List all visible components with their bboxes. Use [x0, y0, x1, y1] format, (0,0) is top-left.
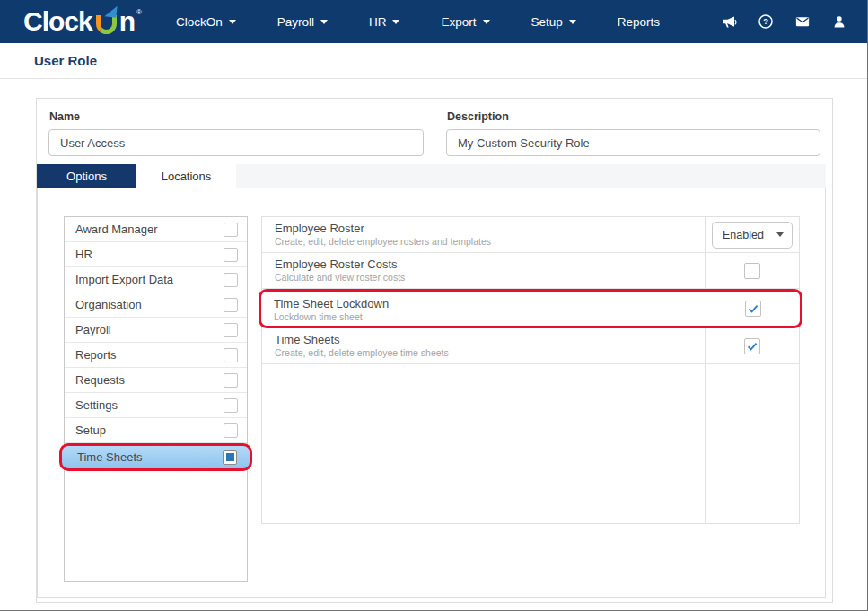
- permission-description: Create, edit, delete employee rosters an…: [275, 236, 705, 248]
- menu-item-export[interactable]: Export: [441, 15, 489, 29]
- logo-text-n: n: [119, 8, 135, 35]
- permission-checkbox-time-sheets[interactable]: [744, 338, 760, 354]
- module-label: Requests: [75, 373, 224, 387]
- module-row-settings[interactable]: Settings: [65, 393, 247, 418]
- module-row-setup[interactable]: Setup: [65, 418, 247, 443]
- module-checkbox-hr[interactable]: [224, 248, 238, 262]
- permission-title: Time Sheet Lockdown: [274, 297, 706, 311]
- module-row-hr[interactable]: HR: [65, 242, 247, 267]
- description-input[interactable]: [446, 129, 820, 156]
- menu-item-clockon[interactable]: ClockOn: [176, 15, 236, 29]
- chevron-down-icon: [392, 20, 399, 24]
- logo-o-glyph: [96, 15, 117, 34]
- permission-checkbox-time-sheet-lockdown[interactable]: [745, 301, 761, 317]
- menu-item-reports[interactable]: Reports: [618, 15, 660, 29]
- module-row-payroll[interactable]: Payroll: [65, 318, 247, 343]
- menu-item-payroll[interactable]: Payroll: [277, 15, 328, 29]
- permissions-empty-area: [262, 364, 799, 523]
- tab-content-options: Award ManagerHRImport Export DataOrganis…: [37, 188, 826, 598]
- tab-control: OptionsLocations Award ManagerHRImport E…: [37, 164, 826, 598]
- permission-main-employee-roster-costs: Employee Roster CostsCalculate and view …: [262, 253, 706, 288]
- page-header: User Role: [0, 43, 867, 79]
- module-row-import-export-data[interactable]: Import Export Data: [65, 267, 247, 292]
- name-label: Name: [49, 110, 424, 123]
- module-label: Setup: [75, 423, 224, 437]
- module-checkbox-settings[interactable]: [224, 398, 238, 413]
- permission-control-employee-roster: Enabled: [706, 217, 799, 252]
- module-row-organisation[interactable]: Organisation: [65, 292, 247, 318]
- menu-item-label: Setup: [531, 15, 563, 29]
- module-label: Award Manager: [75, 223, 224, 236]
- help-icon[interactable]: ?: [758, 13, 774, 30]
- module-row-award-manager[interactable]: Award Manager: [65, 217, 247, 242]
- permissions-table: Employee RosterCreate, edit, delete empl…: [261, 216, 800, 524]
- logo-text-clock: Clock: [23, 8, 92, 35]
- module-label: Organisation: [75, 298, 224, 311]
- main-menu: ClockOnPayrollHRExportSetupReports: [176, 15, 660, 29]
- description-label: Description: [447, 110, 820, 123]
- role-fields: Name Description: [37, 99, 832, 156]
- menu-item-hr[interactable]: HR: [369, 15, 400, 29]
- menu-item-label: HR: [369, 15, 387, 29]
- permission-description: Create, edit, delete employee time sheet…: [275, 347, 705, 359]
- permissions-empty-control: [706, 364, 799, 523]
- permission-row-time-sheet-lockdown: Time Sheet LockdownLockdown time sheet: [259, 289, 802, 328]
- logo-flag-icon: [104, 4, 117, 17]
- module-checkbox-requests[interactable]: [224, 373, 238, 388]
- module-checkbox-import-export-data[interactable]: [224, 273, 238, 287]
- permissions-empty-main: [262, 364, 706, 523]
- tab-strip: OptionsLocations: [37, 164, 826, 188]
- permission-control-time-sheet-lockdown: [706, 292, 800, 326]
- permission-description: Calculate and view roster costs: [275, 272, 705, 284]
- chevron-down-icon: [229, 20, 236, 24]
- modules-list: Award ManagerHRImport Export DataOrganis…: [64, 216, 248, 582]
- permission-title: Time Sheets: [275, 333, 705, 347]
- mail-icon[interactable]: [794, 13, 811, 30]
- announcement-icon[interactable]: [721, 13, 737, 30]
- permission-control-time-sheets: [706, 328, 799, 363]
- name-input[interactable]: [48, 129, 424, 156]
- module-checkbox-time-sheets[interactable]: [223, 450, 237, 465]
- top-navbar: Clock n ® ClockOnPayrollHRExportSetupRep…: [0, 0, 867, 43]
- module-label: Time Sheets: [77, 450, 223, 464]
- svg-text:?: ?: [763, 17, 768, 26]
- module-label: Payroll: [75, 323, 224, 336]
- module-label: Import Export Data: [75, 273, 224, 286]
- permission-main-time-sheet-lockdown: Time Sheet LockdownLockdown time sheet: [261, 292, 706, 326]
- permission-row-employee-roster: Employee RosterCreate, edit, delete empl…: [262, 217, 799, 253]
- description-field-group: Description: [446, 105, 820, 156]
- permission-row-employee-roster-costs: Employee Roster CostsCalculate and view …: [262, 253, 799, 289]
- registered-trademark: ®: [136, 8, 142, 16]
- chevron-down-icon: [483, 20, 490, 24]
- menu-item-label: Payroll: [277, 15, 314, 29]
- permission-control-employee-roster-costs: [706, 253, 799, 288]
- module-row-requests[interactable]: Requests: [65, 368, 247, 393]
- clockon-logo[interactable]: Clock n ®: [23, 8, 142, 35]
- user-icon[interactable]: [831, 13, 847, 30]
- app-window: Clock n ® ClockOnPayrollHRExportSetupRep…: [0, 0, 868, 611]
- chevron-down-icon: [320, 20, 328, 24]
- menu-item-setup[interactable]: Setup: [531, 15, 576, 29]
- permission-dropdown-employee-roster[interactable]: Enabled: [712, 222, 793, 249]
- module-checkbox-payroll[interactable]: [224, 323, 238, 337]
- permission-title: Employee Roster Costs: [275, 257, 705, 272]
- module-label: Reports: [75, 348, 224, 362]
- menu-item-label: ClockOn: [176, 15, 223, 29]
- module-row-reports[interactable]: Reports: [65, 343, 247, 368]
- tab-locations[interactable]: Locations: [136, 164, 236, 188]
- module-checkbox-setup[interactable]: [224, 423, 238, 438]
- permission-main-employee-roster: Employee RosterCreate, edit, delete empl…: [262, 217, 706, 252]
- module-checkbox-organisation[interactable]: [224, 298, 238, 312]
- module-row-time-sheets[interactable]: Time Sheets: [59, 443, 252, 471]
- tab-options[interactable]: Options: [37, 164, 136, 188]
- permission-title: Employee Roster: [275, 222, 705, 236]
- module-label: HR: [75, 248, 224, 261]
- permission-checkbox-employee-roster-costs[interactable]: [744, 263, 760, 279]
- chevron-down-icon: [776, 232, 784, 237]
- module-checkbox-award-manager[interactable]: [224, 223, 238, 237]
- permission-rows: Employee RosterCreate, edit, delete empl…: [262, 217, 799, 364]
- module-checkbox-reports[interactable]: [224, 348, 238, 362]
- name-field-group: Name: [48, 105, 424, 156]
- menu-item-label: Export: [441, 15, 476, 29]
- page-title: User Role: [34, 53, 97, 68]
